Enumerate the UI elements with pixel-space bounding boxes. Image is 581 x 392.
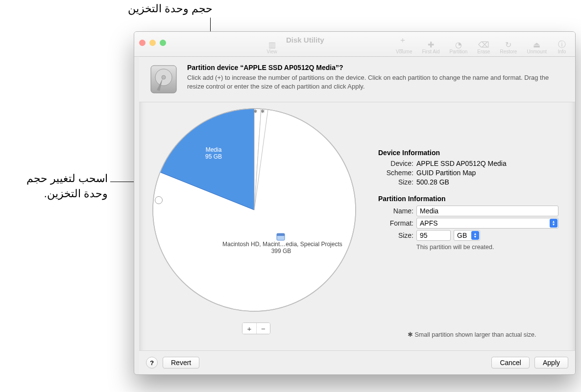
device-label: Device: [378,160,416,167]
toolbar-right: ＋− Volume ✚ First Aid ◔ Partition ⌫ Eras… [391,34,572,54]
pie-label-selected: Media 95 GB [205,146,222,160]
resize-handle[interactable] [155,196,163,204]
toolbar-info-label: Info [558,49,566,54]
toolbar-view[interactable]: ▥ View [262,40,282,54]
pie-label-selected-size: 95 GB [205,153,222,160]
scheme-value: GUID Partition Map [416,169,476,177]
sheet-body: ✱ ✱ Media 95 GB Macintosh HD, Macint…edi… [148,105,566,347]
titlebar: ▥ View Disk Utility ＋− Volume ✚ First Ai… [134,32,575,57]
minimize-window-button[interactable] [149,40,156,46]
partition-sheet: Partition device “APPLE SSD AP0512Q Medi… [139,56,575,374]
cancel-button[interactable]: Cancel [491,357,530,369]
sheet-header: Partition device “APPLE SSD AP0512Q Medi… [139,57,575,102]
firstaid-icon: ✚ [426,40,436,49]
remove-partition-button[interactable]: − [256,323,270,334]
erase-icon: ⌫ [478,40,489,49]
partition-icon: ◔ [453,40,464,49]
window-controls [139,40,166,46]
small-slice-star-1: ✱ [253,109,257,114]
partition-size-input[interactable] [416,230,451,241]
callout-drag: اسحب لتغيير حجم وحدة التخزين. [5,171,108,202]
toolbar-volume[interactable]: ＋− Volume [391,40,417,54]
toolbar-erase-label: Erase [477,49,490,54]
small-slice-star-2: ✱ [261,109,265,114]
toolbar-partition[interactable]: ◔ Partition [445,40,473,54]
restore-icon: ↻ [503,40,514,49]
partition-format-select[interactable] [416,218,558,229]
partition-name-label: Name: [378,207,416,215]
pie-chart[interactable] [149,105,360,315]
partition-info-heading: Partition Information [378,195,566,203]
toolbar-left: ▥ View [262,34,282,54]
partition-size-label: Size: [378,231,416,239]
toolbar-info[interactable]: ⓘ Info [552,40,572,54]
disk-utility-window: ▥ View Disk Utility ＋− Volume ✚ First Ai… [134,31,576,375]
info-panel: Device Information Device: APPLE SSD AP0… [378,149,566,251]
add-partition-button[interactable]: + [242,323,256,334]
scheme-label: Scheme: [378,169,416,177]
revert-button[interactable]: Revert [163,357,199,369]
zoom-window-button[interactable] [160,40,166,46]
callout-volume-size: حجم وحدة التخزين [105,1,213,17]
toolbar-firstaid-label: First Aid [422,49,439,54]
add-remove-partition: + − [242,323,270,334]
partition-size-unit-select[interactable] [454,230,480,241]
partition-format-label: Format: [378,219,416,227]
pie-label-selected-name: Media [205,146,222,153]
partition-pie: ✱ ✱ Media 95 GB Macintosh HD, Macint…edi… [149,105,360,349]
plus-minus-icon: ＋− [399,40,410,49]
sheet-bottom-bar: ? Revert Cancel Apply [139,350,575,374]
toolbar-partition-label: Partition [450,49,468,54]
small-partition-footnote: ✱ Small partition shown larger than actu… [408,331,536,338]
apply-button[interactable]: Apply [534,357,568,369]
sidebar-icon: ▥ [266,40,277,49]
pie-label-other-size: 399 GB [222,248,340,254]
callout-drag-l1: اسحب لتغيير حجم [26,172,108,184]
toolbar-restore[interactable]: ↻ Restore [495,40,522,54]
harddrive-icon [148,64,179,95]
toolbar-erase[interactable]: ⌫ Erase [472,40,495,54]
device-size-value: 500.28 GB [416,178,449,186]
toolbar-view-label: View [266,49,277,54]
toolbar-unmount[interactable]: ⏏ Unmount [522,40,552,54]
pie-label-other: Macintosh HD, Macint…edia, Special Proje… [222,241,340,254]
toolbar-volume-label: Volume [396,49,412,54]
help-button[interactable]: ? [146,357,158,369]
svg-rect-6 [277,233,285,236]
toolbar-restore-label: Restore [500,49,517,54]
partition-hint: This partition will be created. [416,244,566,251]
svg-point-2 [162,75,166,79]
callout-drag-l2: وحدة التخزين. [44,187,108,200]
device-value: APPLE SSD AP0512Q Media [416,160,507,167]
unmount-icon: ⏏ [532,40,542,49]
toolbar-unmount-label: Unmount [527,49,547,54]
sheet-title: Partition device “APPLE SSD AP0512Q Medi… [187,64,550,71]
volume-glyph-icon [276,232,285,241]
toolbar-firstaid[interactable]: ✚ First Aid [417,40,444,54]
window-title: Disk Utility [286,36,324,44]
sheet-description: Click add (+) to increase the number of … [187,73,550,91]
close-window-button[interactable] [139,40,145,46]
device-size-label: Size: [378,178,416,186]
partition-name-input[interactable] [416,206,558,216]
pie-label-other-name: Macintosh HD, Macint…edia, Special Proje… [222,241,340,248]
info-icon: ⓘ [557,40,567,49]
device-info-heading: Device Information [378,149,566,157]
